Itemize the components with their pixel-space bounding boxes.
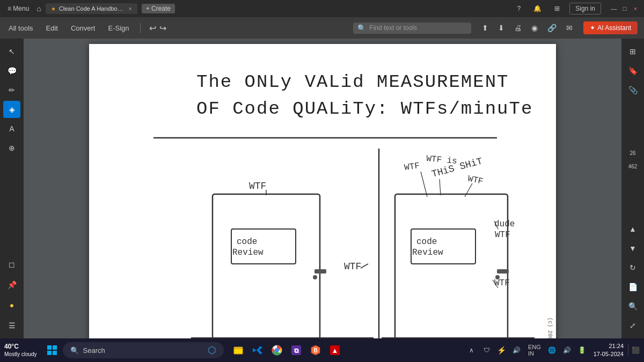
svg-text:code: code [416, 237, 437, 247]
ai-assistant-button[interactable]: ✦ AI Assistant [583, 21, 638, 34]
dot-tool[interactable]: ● [3, 297, 20, 314]
start-button[interactable] [43, 342, 61, 359]
refresh-button[interactable]: ↻ [624, 259, 641, 276]
svg-text:Review: Review [412, 248, 443, 257]
taskbar-chrome-icon[interactable] [269, 342, 285, 358]
taskbar-acrobat-icon[interactable]: ▲ [327, 342, 343, 358]
pen-tool[interactable]: ✏ [3, 82, 20, 99]
new-tab-button[interactable]: + Create [142, 4, 175, 13]
systray-speaker[interactable]: 🔊 [561, 344, 573, 356]
show-desktop-button[interactable]: ⬛ [628, 344, 640, 356]
svg-rect-43 [234, 349, 243, 354]
convert-button[interactable]: Convert [69, 23, 98, 33]
lang-region[interactable]: ENG IN [528, 344, 541, 357]
eraser-tool[interactable]: ◻ [3, 256, 20, 273]
svg-text:WTF: WTF [249, 181, 266, 191]
search-icon: 🔍 [357, 24, 366, 32]
systray-clock[interactable]: 21:24 17-05-2024 [594, 342, 624, 359]
taskbar-weather: 40°C Mostly cloudy [4, 343, 37, 358]
main-area: ↖ 💬 ✏ ◈ A ⊕ ◻ 📌 ● ☰ The ONLy VALid MEASU… [0, 39, 644, 338]
tab-star-icon: ★ [51, 6, 56, 12]
scroll-up-button[interactable]: ▲ [624, 220, 641, 238]
ai-label: AI Assistant [597, 24, 631, 32]
toolbar-tools: ⬆ ⬇ 🖨 ◉ 🔗 ✉ [480, 23, 575, 33]
fit-button[interactable]: ⤢ [624, 317, 641, 334]
systray-network[interactable]: 🔊 [511, 344, 523, 356]
svg-rect-39 [53, 345, 57, 350]
pin-tool[interactable]: 📌 [3, 276, 20, 293]
grid-icon[interactable]: ⊞ [551, 4, 563, 13]
thumbnail-button[interactable]: ⊞ [624, 43, 641, 60]
attachment-button[interactable]: 📎 [624, 82, 641, 99]
zoom-in-button[interactable]: 🔍 [624, 298, 641, 315]
page-icon[interactable]: 📄 [624, 278, 641, 295]
weather-temp: 40°C [4, 343, 37, 351]
taskbar-files-icon[interactable] [230, 342, 246, 358]
help-icon[interactable]: ? [514, 4, 524, 13]
tab-close-icon[interactable]: × [129, 6, 132, 12]
maximize-button[interactable]: □ [620, 5, 629, 12]
scroll-down-button[interactable]: ▼ [624, 240, 641, 257]
comment-tool[interactable]: 💬 [3, 62, 20, 79]
systray-bluetooth[interactable]: ⚡ [496, 344, 508, 356]
toolbar: All tools Edit Convert E-Sign ↩ ↪ 🔍 ⬆ ⬇ … [0, 17, 644, 39]
stamp-tool[interactable]: ⊕ [3, 139, 20, 157]
taskbar-brave-icon[interactable]: B [308, 342, 324, 358]
taskbar-vscode-icon[interactable] [250, 342, 266, 358]
edit-button[interactable]: Edit [44, 23, 60, 33]
email-icon[interactable]: ✉ [564, 23, 575, 33]
close-button[interactable]: × [631, 5, 640, 12]
page-total: 462 [628, 164, 638, 169]
menu-tool[interactable]: ☰ [3, 317, 20, 334]
taskbar-app1-icon[interactable]: ⧉ [288, 342, 304, 358]
systray-shield[interactable]: 🛡 [481, 344, 493, 356]
esign-button[interactable]: E-Sign [106, 23, 131, 33]
home-button[interactable]: ⌂ [36, 4, 41, 13]
svg-rect-15 [497, 269, 509, 274]
svg-text:WTF: WTF [344, 261, 361, 272]
svg-text:(c) 2008 Focus Shift: (c) 2008 Focus Shift [547, 317, 553, 338]
systray-battery[interactable]: 🔋 [576, 344, 588, 356]
svg-text:▲: ▲ [331, 346, 338, 354]
systray: ∧ 🛡 ⚡ 🔊 ENG IN 🌐 🔊 🔋 21:24 17-05-2024 ⬛ [466, 342, 640, 359]
region-label: IN [528, 350, 541, 357]
highlight-tool[interactable]: ◈ [3, 101, 20, 118]
bookmark-button[interactable]: 🔖 [624, 62, 641, 79]
minimize-button[interactable]: — [610, 5, 618, 12]
bell-icon[interactable]: 🔔 [530, 4, 545, 13]
svg-rect-38 [47, 345, 52, 350]
download-icon[interactable]: ⬇ [496, 23, 507, 33]
page-number: 26 [630, 150, 635, 156]
tab-title: Clean Code A Handbook... [59, 5, 123, 12]
all-tools-button[interactable]: All tools [6, 23, 35, 33]
active-tab[interactable]: ★ Clean Code A Handbook... × [46, 3, 137, 14]
lang-label: ENG [528, 344, 541, 350]
share-icon[interactable]: ⬆ [480, 23, 491, 33]
text-tool[interactable]: A [3, 120, 20, 137]
comic-image: The ONLy VALid MEASUREMENT OF Code QUALi… [89, 44, 556, 338]
toolbar-separator [140, 23, 141, 33]
search-bar[interactable]: 🔍 [353, 23, 471, 34]
svg-text:B: B [313, 348, 317, 353]
cursor-tool[interactable]: ↖ [3, 43, 20, 60]
systray-chevron[interactable]: ∧ [466, 344, 478, 356]
systray-globe[interactable]: 🌐 [546, 344, 558, 356]
menu-button[interactable]: ≡ Menu [4, 4, 32, 13]
svg-text:WTF: WTF [494, 278, 510, 288]
taskbar-pinned-icons: ⧉ B ▲ [230, 342, 343, 358]
svg-text:⧉: ⧉ [294, 347, 298, 354]
titlebar: ≡ Menu ⌂ ★ Clean Code A Handbook... × + … [0, 0, 644, 17]
taskbar-search[interactable]: 🔍 Search ⬡ [63, 342, 224, 358]
undo-button[interactable]: ↩ [149, 23, 156, 33]
weather-condition: Mostly cloudy [4, 351, 37, 358]
svg-text:OF Code QUALiTy: WTFs/minuTe: OF Code QUALiTy: WTFs/minuTe [196, 99, 533, 119]
view-icon[interactable]: ◉ [529, 23, 540, 33]
redo-button[interactable]: ↪ [159, 23, 166, 33]
taskbar-search-label: Search [83, 346, 105, 354]
print-icon[interactable]: 🖨 [512, 23, 524, 33]
window-controls: — □ × [610, 5, 640, 12]
right-sidebar: ⊞ 🔖 📎 26 462 ▲ ▼ ↻ 📄 🔍 ⤢ [621, 39, 644, 338]
sign-in-button[interactable]: Sign in [569, 3, 601, 14]
link-icon[interactable]: 🔗 [545, 23, 559, 33]
search-input[interactable] [369, 24, 460, 32]
